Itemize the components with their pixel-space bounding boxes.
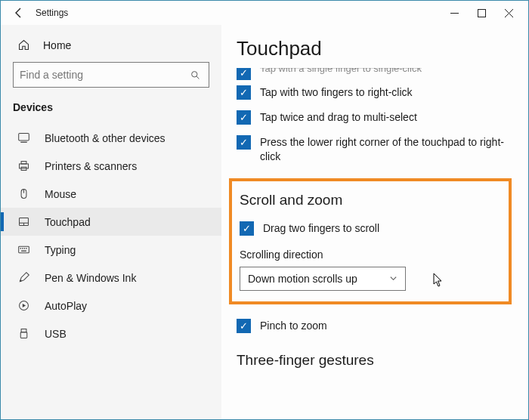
- scroll-zoom-heading: Scroll and zoom: [240, 192, 497, 208]
- svg-rect-8: [20, 164, 29, 168]
- sidebar-home-label: Home: [43, 39, 71, 51]
- search-input[interactable]: Find a setting: [13, 62, 209, 88]
- maximize-button[interactable]: [468, 2, 495, 23]
- scroll-zoom-highlight: Scroll and zoom ✓ Drag two fingers to sc…: [229, 178, 512, 304]
- home-icon: [17, 39, 32, 51]
- checkbox-checked-icon: ✓: [237, 319, 251, 333]
- window-body: Home Find a setting Devices Bluetooth & …: [1, 25, 528, 419]
- sidebar-nav: Bluetooth & other devices Printers & sca…: [1, 124, 221, 419]
- scrolling-direction-dropdown[interactable]: Down motion scrolls up: [240, 267, 406, 291]
- svg-point-22: [20, 279, 22, 282]
- settings-window: Settings Home Find a setting: [0, 0, 529, 420]
- sidebar-item-label: Pen & Windows Ink: [45, 272, 136, 284]
- sidebar-item-label: Bluetooth & other devices: [45, 132, 166, 144]
- checkbox-row-tap-drag[interactable]: ✓ Tap twice and drag to multi-select: [237, 105, 512, 130]
- usb-icon: [17, 327, 32, 340]
- sidebar: Home Find a setting Devices Bluetooth & …: [1, 25, 221, 419]
- sidebar-item-printers[interactable]: Printers & scanners: [1, 152, 221, 180]
- sidebar-item-label: AutoPlay: [45, 300, 87, 312]
- svg-rect-9: [21, 162, 26, 164]
- checkbox-row-drag-two[interactable]: ✓ Drag two fingers to scroll: [240, 216, 497, 241]
- sidebar-item-label: Typing: [45, 244, 76, 256]
- titlebar: Settings: [1, 1, 528, 25]
- checkbox-row-two-finger[interactable]: ✓ Tap with two fingers to right-click: [237, 80, 512, 105]
- svg-point-4: [192, 71, 197, 76]
- checkbox-label: Tap with a single finger to single-click: [260, 68, 422, 76]
- sidebar-home[interactable]: Home: [1, 34, 221, 62]
- sidebar-item-pen[interactable]: Pen & Windows Ink: [1, 264, 221, 292]
- bluetooth-icon: [17, 131, 32, 144]
- printer-icon: [17, 159, 32, 172]
- checkbox-label: Tap twice and drag to multi-select: [260, 110, 417, 125]
- sidebar-item-autoplay[interactable]: AutoPlay: [1, 292, 221, 320]
- scrolling-direction-label: Scrolling direction: [240, 249, 497, 261]
- back-button[interactable]: [8, 2, 29, 23]
- search-icon: [190, 70, 203, 80]
- touchpad-settings: ✓ Tap with a single finger to single-cli…: [237, 68, 512, 376]
- autoplay-icon: [17, 299, 32, 312]
- checkbox-row-truncated[interactable]: ✓ Tap with a single finger to single-cli…: [237, 68, 512, 80]
- touchpad-icon: [17, 215, 32, 228]
- search-placeholder: Find a setting: [20, 69, 190, 81]
- chevron-down-icon: [389, 274, 398, 283]
- svg-rect-6: [19, 134, 29, 141]
- main-panel: Touchpad ✓ Tap with a single finger to s…: [221, 25, 528, 419]
- checkbox-label: Pinch to zoom: [260, 319, 327, 333]
- svg-rect-16: [19, 246, 29, 253]
- sidebar-item-mouse[interactable]: Mouse: [1, 180, 221, 208]
- mouse-icon: [17, 187, 32, 200]
- sidebar-section-heading: Devices: [1, 101, 221, 124]
- checkbox-row-lower-right[interactable]: ✓ Press the lower right corner of the to…: [237, 130, 512, 169]
- sidebar-item-label: Mouse: [45, 188, 76, 200]
- sidebar-item-touchpad[interactable]: Touchpad: [1, 208, 221, 236]
- sidebar-item-label: USB: [45, 328, 67, 340]
- pen-icon: [17, 271, 32, 284]
- svg-marker-24: [23, 304, 26, 307]
- dropdown-value: Down motion scrolls up: [248, 273, 389, 285]
- checkbox-label: Drag two fingers to scroll: [263, 221, 379, 236]
- checkbox-checked-icon: ✓: [237, 135, 251, 150]
- checkbox-checked-icon: ✓: [237, 110, 251, 125]
- checkbox-checked-icon: ✓: [237, 85, 251, 100]
- page-title: Touchpad: [237, 37, 512, 60]
- checkbox-checked-icon: ✓: [240, 221, 254, 236]
- checkbox-row-pinch[interactable]: ✓ Pinch to zoom: [237, 313, 512, 338]
- sidebar-item-usb[interactable]: USB: [1, 320, 221, 347]
- svg-rect-26: [20, 332, 27, 338]
- sidebar-item-bluetooth[interactable]: Bluetooth & other devices: [1, 124, 221, 152]
- three-finger-heading: Three-finger gestures: [237, 352, 512, 369]
- svg-line-5: [196, 76, 199, 79]
- minimize-button[interactable]: [441, 2, 468, 23]
- svg-rect-1: [478, 9, 485, 17]
- svg-rect-7: [20, 142, 27, 143]
- checkbox-label: Press the lower right corner of the touc…: [260, 135, 512, 164]
- window-title: Settings: [36, 8, 441, 18]
- checkbox-label: Tap with two fingers to right-click: [260, 85, 413, 100]
- keyboard-icon: [17, 243, 32, 256]
- checkbox-checked-icon: ✓: [237, 68, 251, 80]
- sidebar-item-label: Touchpad: [45, 216, 91, 228]
- sidebar-item-label: Printers & scanners: [45, 160, 137, 172]
- sidebar-item-typing[interactable]: Typing: [1, 236, 221, 264]
- close-button[interactable]: [495, 2, 522, 23]
- svg-rect-25: [21, 329, 26, 332]
